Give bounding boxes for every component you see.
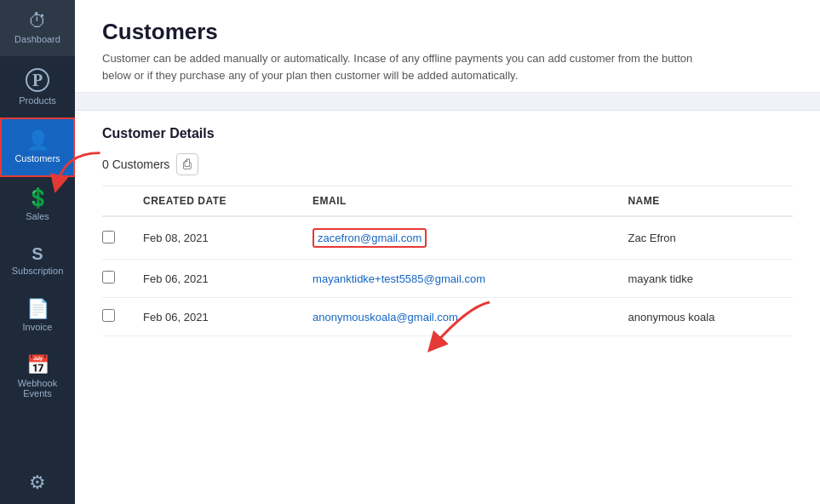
table-header-row: CREATED DATE EMAIL NAME <box>102 186 793 217</box>
sidebar-item-dashboard[interactable]: ⏱ Dashboard <box>0 0 75 56</box>
sidebar-item-webhook[interactable]: 📅 Webhook Events <box>0 344 75 410</box>
customer-table: CREATED DATE EMAIL NAME Feb 08, 2021zace… <box>102 186 793 336</box>
page-description: Customer can be added manually or automa… <box>102 50 715 83</box>
table-row: Feb 06, 2021mayanktidke+test5585@gmail.c… <box>102 260 793 298</box>
row-checkbox-cell <box>102 216 133 260</box>
row-name: anonymous koala <box>617 298 793 336</box>
col-checkbox <box>102 186 133 217</box>
dashboard-icon: ⏱ <box>28 12 47 31</box>
row-email: anonymouskoala@gmail.com <box>302 298 617 336</box>
sidebar-label-invoice: Invoice <box>23 322 53 332</box>
row-checkbox-cell <box>102 260 133 298</box>
sidebar-label-subscription: Subscription <box>12 266 64 276</box>
sidebar-label-products: Products <box>19 95 55 106</box>
app-wrapper: ⏱ Dashboard P Products 👤 Customers 💲 Sal… <box>0 0 820 504</box>
sales-icon: 💲 <box>26 189 49 208</box>
products-icon: P <box>26 68 49 92</box>
col-name: NAME <box>617 186 793 217</box>
row-email: mayanktidke+test5585@gmail.com <box>302 260 617 298</box>
row-name: mayank tidke <box>617 260 793 298</box>
filter-bar <box>75 93 820 111</box>
table-row: Feb 08, 2021zacefron@gmail.comZac Efron <box>102 216 793 260</box>
settings-icon: ⚙ <box>29 473 46 492</box>
row-date: Feb 06, 2021 <box>133 298 302 336</box>
row-checkbox[interactable] <box>102 271 115 284</box>
row-date: Feb 06, 2021 <box>133 260 302 298</box>
customers-icon: 👤 <box>26 131 49 150</box>
sidebar-label-customers: Customers <box>14 153 60 163</box>
customer-count: 0 Customers <box>102 158 169 171</box>
sidebar-item-invoice[interactable]: 📄 Invoice <box>0 288 75 344</box>
sidebar-item-sales[interactable]: 💲 Sales <box>0 177 75 233</box>
section-title: Customer Details <box>102 126 793 141</box>
row-checkbox[interactable] <box>102 309 115 322</box>
row-email: zacefron@gmail.com <box>302 216 617 260</box>
sidebar-item-subscription[interactable]: S Subscription <box>0 233 75 288</box>
count-row: 0 Customers ⎙ <box>102 153 793 175</box>
table-row: Feb 06, 2021anonymouskoala@gmail.comanon… <box>102 298 793 336</box>
sidebar-label-webhook: Webhook Events <box>5 378 70 398</box>
invoice-icon: 📄 <box>26 300 49 318</box>
sidebar-item-customers[interactable]: 👤 Customers <box>0 117 75 177</box>
page-title: Customers <box>102 19 793 45</box>
sidebar-bottom: ⚙ <box>0 461 75 504</box>
customer-details-section: Customer Details 0 Customers ⎙ CREATED D… <box>75 111 820 336</box>
row-date: Feb 08, 2021 <box>133 216 302 260</box>
main-content: Customers Customer can be added manually… <box>75 0 820 504</box>
email-link[interactable]: zacefron@gmail.com <box>313 228 427 248</box>
col-created-date: CREATED DATE <box>133 186 302 217</box>
page-header: Customers Customer can be added manually… <box>75 0 820 93</box>
sidebar-label-dashboard: Dashboard <box>14 34 60 44</box>
email-link[interactable]: anonymouskoala@gmail.com <box>313 311 458 324</box>
row-checkbox[interactable] <box>102 231 115 243</box>
sidebar-label-sales: Sales <box>26 211 49 221</box>
subscription-icon: S <box>32 245 43 262</box>
col-email: EMAIL <box>302 186 617 217</box>
email-link[interactable]: mayanktidke+test5585@gmail.com <box>313 272 485 285</box>
sidebar: ⏱ Dashboard P Products 👤 Customers 💲 Sal… <box>0 0 75 504</box>
row-name: Zac Efron <box>617 216 793 260</box>
sidebar-item-settings[interactable]: ⚙ <box>0 461 75 504</box>
row-checkbox-cell <box>102 298 133 336</box>
sidebar-item-products[interactable]: P Products <box>0 56 75 117</box>
webhook-icon: 📅 <box>26 356 49 375</box>
export-button[interactable]: ⎙ <box>176 153 198 175</box>
